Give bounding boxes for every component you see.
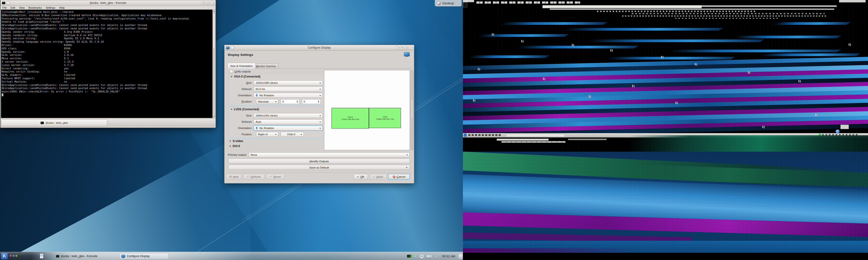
dialog-app-icon [226, 46, 229, 49]
preview-monitor-lvds[interactable]: LVDS 1,680x1,050 (60.1 Hz) [369, 108, 401, 128]
dropdown-value: VGA-0 [287, 133, 296, 136]
vga-position-mode-dropdown[interactable]: Absolute [256, 99, 278, 104]
vga-position-y-spinbox[interactable]: 0 [302, 99, 321, 104]
minimize-icon[interactable]: ▾ [201, 1, 205, 5]
konsole-titlebar[interactable]: jituska : kwin_gles - Konsole ▾ ▴ × [0, 0, 216, 6]
screen: Desktop jituska : kwin_gles - Konsole ▾ … [0, 0, 868, 260]
glitch-fragment [497, 139, 549, 141]
size-label: Size: [230, 114, 252, 117]
close-icon[interactable]: × [409, 46, 412, 49]
lvds-refresh-dropdown[interactable]: Auto [254, 119, 322, 124]
glitch-purple-sliver [463, 249, 637, 253]
terminal-scrollbar[interactable]: ▲ ▼ [212, 10, 216, 118]
dvi-group-header[interactable]: DVI-0 [230, 144, 240, 148]
glitch-tick [676, 102, 676, 104]
button-label: Save as Default [309, 166, 329, 169]
kickoff-launcher-button[interactable]: K [1, 253, 8, 260]
device-notifier-icon[interactable] [40, 254, 43, 259]
close-icon[interactable]: × [211, 1, 214, 5]
scrollbar-thumb[interactable] [213, 13, 215, 49]
unify-outputs-checkbox[interactable]: Unify outputs [230, 70, 251, 73]
klipper-scissors-icon[interactable]: ✂ [414, 254, 416, 258]
defaults-button[interactable]: ↶ Defaults [243, 174, 265, 179]
pager-dot-red[interactable] [10, 255, 11, 257]
vga-orientation-dropdown[interactable]: No Rotation [254, 93, 322, 98]
menu-view[interactable]: View [17, 6, 27, 9]
glitch-text-noise [632, 13, 825, 14]
dialog-scrollbar[interactable] [411, 70, 413, 150]
glitch-streak [760, 53, 861, 56]
help-icon[interactable]: ? [395, 46, 399, 49]
glitch-tick [695, 63, 695, 66]
chevron-down-icon [406, 167, 407, 168]
scrollbar-thumb[interactable] [411, 99, 413, 119]
apply-button[interactable]: ✔ Apply [370, 174, 386, 179]
svideo-group-header[interactable]: S-video [230, 139, 243, 143]
tab-label: Size & Orientation [230, 65, 253, 67]
vga-size-dropdown[interactable]: 1920x1080 (Auto) [254, 80, 322, 85]
spin-up-icon[interactable] [318, 100, 319, 101]
spin-up-icon[interactable] [297, 100, 298, 101]
lvds-size-dropdown[interactable]: 1680x1050 (Auto) [254, 113, 322, 118]
menu-help[interactable]: Help [57, 6, 66, 9]
lvds-orientation-dropdown[interactable]: No Rotation [254, 126, 322, 131]
window-menu-button[interactable] [231, 46, 235, 49]
cancel-button[interactable]: Cancel [389, 174, 410, 179]
tab-label: Monitor Gamma [256, 65, 276, 68]
preview-monitor-vga[interactable]: VGA-0 1,920x1,080 (60.0 Hz) [332, 108, 369, 128]
rotation-arrow-icon [255, 94, 258, 97]
menu-file[interactable]: File [0, 6, 9, 9]
glitch-streak [733, 36, 841, 38]
spin-down-icon[interactable] [318, 102, 319, 103]
dialog-titlebar[interactable]: Configure Display ? ▾ ▴ × [224, 45, 414, 50]
glitch-text-noise [468, 134, 502, 136]
glitch-taskbutton-fragment [506, 134, 565, 137]
collapse-icon [230, 76, 232, 77]
scroll-up-icon[interactable]: ▲ [213, 10, 216, 12]
tray-expander-icon[interactable]: ▲ [435, 255, 437, 257]
maximize-icon[interactable]: ▴ [206, 1, 210, 5]
tab-size-orientation[interactable]: Size & Orientation [227, 63, 255, 69]
taskbar-item-konsole[interactable]: jituska : kwin_gles - Konsole [54, 253, 99, 259]
menu-settings[interactable]: Settings [44, 6, 57, 9]
maximize-icon[interactable]: ▴ [404, 46, 408, 49]
vga-position-x-spinbox[interactable]: 0 [281, 99, 300, 104]
desktop-toolbox[interactable]: Desktop [435, 0, 462, 6]
help-button[interactable]: Help [226, 174, 241, 179]
menu-bookmarks[interactable]: Bookmarks [27, 6, 44, 9]
chevron-down-icon [319, 95, 321, 96]
glitch-kmenu-fragment [464, 134, 467, 137]
terminal-output[interactable]: [jituska@Gr0mit jituska]$ kwin_gles --re… [1, 10, 216, 118]
display-tray-icon[interactable] [420, 255, 424, 258]
pager-dot-green[interactable] [16, 255, 18, 257]
spin-down-icon[interactable] [297, 102, 298, 103]
lvds-position-ref-dropdown[interactable]: VGA-0 [281, 132, 304, 137]
ok-button[interactable]: ✔ OK [354, 174, 368, 179]
checkbox-icon[interactable] [230, 70, 233, 73]
vga-refresh-dropdown[interactable]: 60.0 Hz [254, 87, 322, 91]
volume-icon[interactable] [427, 254, 432, 258]
panel-cashew-icon[interactable] [458, 253, 463, 260]
scroll-down-icon[interactable]: ▼ [213, 115, 216, 118]
save-as-default-button[interactable]: Save as Default [228, 165, 410, 170]
tab-monitor-gamma[interactable]: Monitor Gamma [253, 64, 278, 69]
tab-terminal-icon [40, 121, 44, 124]
minimize-icon[interactable]: ▾ [400, 46, 403, 49]
reset-button[interactable]: ↶ Reset [267, 174, 284, 179]
window-menu-button[interactable] [6, 1, 10, 5]
glitch-tick [473, 99, 474, 102]
pager-dot-blue[interactable] [12, 255, 14, 257]
clock[interactable]: 09:32 AM [442, 252, 455, 260]
identify-outputs-button[interactable]: Identify Outputs [228, 159, 410, 164]
primary-output-dropdown[interactable]: None [249, 152, 410, 157]
konsole-tab[interactable]: jituska : kwin_gles [1, 119, 107, 126]
glitch-streak [668, 49, 841, 52]
button-label: Reset [274, 175, 281, 178]
battery-icon[interactable] [407, 255, 411, 258]
lvds-position-mode-dropdown[interactable]: Right of [256, 132, 278, 137]
vga-group-header[interactable]: VGA-0 (Connected) [230, 75, 260, 78]
taskbar-item-configure-display[interactable]: Configure Display [119, 253, 169, 259]
menu-edit[interactable]: Edit [9, 6, 17, 9]
glitch-tick [632, 85, 633, 87]
lvds-group-header[interactable]: LVDS (Connected) [230, 108, 259, 111]
